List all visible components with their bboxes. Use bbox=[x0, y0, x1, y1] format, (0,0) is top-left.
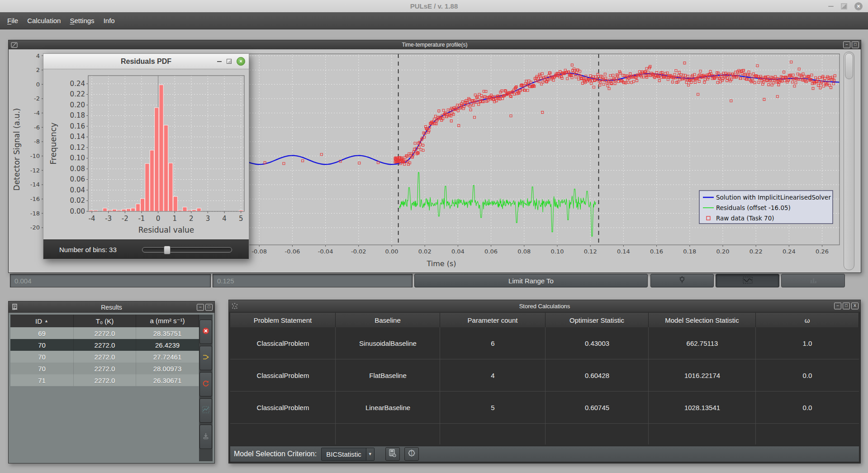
residuals-histogram-chart[interactable]: -4-3-2-10123450.000.020.040.060.080.100.… bbox=[43, 69, 249, 240]
stored-cell: 0.0 bbox=[756, 392, 859, 423]
results-row[interactable]: 712272.026.30671 bbox=[10, 374, 199, 386]
stored-cell: ClassicalProblem bbox=[230, 359, 336, 391]
undo-button[interactable] bbox=[199, 372, 212, 397]
delete-result-button[interactable] bbox=[199, 320, 212, 344]
stored-frame-titlebar[interactable]: Stored Calculations – □ X bbox=[229, 300, 860, 312]
results-row[interactable]: 702272.026.4239 bbox=[10, 339, 199, 351]
histogram-bar bbox=[131, 208, 135, 211]
svg-text:Residuals (offset -16.05): Residuals (offset -16.05) bbox=[716, 204, 791, 211]
menu-item-calculation[interactable]: Calculation bbox=[23, 14, 65, 27]
svg-text:1: 1 bbox=[410, 451, 413, 455]
frame-maximize-icon[interactable]: □ bbox=[843, 303, 850, 310]
stored-calculation-row[interactable]: ClassicalProblemFlatBaseline40.604281016… bbox=[230, 359, 859, 392]
restore-icon[interactable] bbox=[841, 3, 847, 10]
stored-column-header[interactable]: Model Selection Statistic bbox=[649, 313, 756, 327]
model-selection-combobox[interactable]: BICStatistic ▼ bbox=[321, 448, 375, 461]
results-cell: 28.00973 bbox=[136, 363, 199, 374]
results-column-header[interactable]: a (mm² s⁻¹) bbox=[136, 315, 199, 327]
frame-minimize-icon[interactable]: – bbox=[197, 304, 204, 311]
stored-column-header[interactable]: Optimiser Statistic bbox=[545, 313, 649, 327]
pulse-app: { "window": {"title": "PULsE / v. 1.88"}… bbox=[0, 0, 868, 473]
stored-frame-title: Stored Calculations bbox=[229, 303, 860, 310]
frame-minimize-icon[interactable]: – bbox=[834, 303, 841, 310]
merge-icon bbox=[202, 354, 209, 363]
legend: Solution with ImplicitLinearisedSolverRe… bbox=[699, 191, 833, 224]
sigmoid-chart-icon bbox=[11, 42, 18, 48]
results-column-header[interactable]: ID▲ bbox=[10, 315, 74, 327]
results-cell: 70 bbox=[10, 363, 74, 374]
stored-cell: 0.0 bbox=[756, 359, 859, 391]
y-axis-label: Frequency bbox=[48, 122, 58, 164]
histogram-bar bbox=[155, 108, 159, 211]
upper-bound-input[interactable] bbox=[213, 274, 413, 287]
residuals-wave-icon bbox=[743, 276, 753, 286]
svg-text:0.10: 0.10 bbox=[551, 248, 564, 255]
merge-results-button[interactable] bbox=[199, 346, 212, 370]
column-divider bbox=[755, 327, 756, 444]
frame-minimize-icon[interactable]: – bbox=[843, 42, 850, 48]
chart-vertical-slider[interactable] bbox=[844, 52, 854, 270]
svg-text:-8: -8 bbox=[34, 138, 40, 145]
pdf-window-title: Residuals PDF bbox=[121, 57, 171, 66]
stored-column-header[interactable]: Baseline bbox=[336, 313, 440, 327]
minimize-icon[interactable] bbox=[828, 6, 834, 7]
chart-vertical-slider-thumb[interactable] bbox=[845, 53, 853, 79]
frame-close-icon[interactable]: X bbox=[851, 303, 859, 310]
svg-text:0.16: 0.16 bbox=[70, 122, 85, 130]
svg-text:-10: -10 bbox=[30, 153, 40, 159]
histogram-bar bbox=[112, 209, 116, 211]
stored-column-header[interactable]: Parameter count bbox=[440, 313, 545, 327]
stored-cell: 1028.13541 bbox=[649, 392, 756, 423]
recalculate-statistics-button[interactable] bbox=[385, 447, 400, 461]
stored-cell: 1016.22174 bbox=[649, 359, 756, 391]
lower-bound-input[interactable] bbox=[10, 274, 211, 287]
menu-item-settings[interactable]: Settings bbox=[65, 14, 99, 27]
best-model-button[interactable]: 1 bbox=[404, 447, 419, 461]
frame-maximize-icon[interactable]: □ bbox=[205, 304, 213, 311]
column-divider bbox=[545, 327, 545, 444]
svg-text:Raw data (Task 70): Raw data (Task 70) bbox=[716, 215, 774, 222]
close-icon[interactable]: × bbox=[237, 57, 245, 66]
bins-slider-thumb[interactable] bbox=[164, 246, 171, 254]
download-icon bbox=[202, 432, 209, 441]
x-axis-label: Residual value bbox=[138, 225, 194, 234]
results-frame-titlebar[interactable]: Results – □ bbox=[9, 301, 214, 313]
y-axis-label: Detector Signal (a.u.) bbox=[12, 108, 21, 191]
chevron-down-icon[interactable]: ▼ bbox=[366, 448, 374, 460]
svg-text:0.24: 0.24 bbox=[783, 248, 796, 255]
stored-calculation-row[interactable]: ClassicalProblemSinusoidalBaseline60.430… bbox=[230, 327, 859, 359]
chart-frame-titlebar[interactable]: Time-temperature profile(s) – □ bbox=[9, 40, 861, 49]
restore-icon[interactable] bbox=[227, 59, 232, 64]
svg-text:0.12: 0.12 bbox=[70, 143, 85, 152]
show-residuals-button[interactable] bbox=[716, 274, 779, 287]
histogram-bar bbox=[173, 196, 177, 211]
hint-button[interactable] bbox=[650, 274, 714, 287]
pdf-window-titlebar[interactable]: Residuals PDF × bbox=[43, 54, 249, 69]
frame-maximize-icon[interactable]: □ bbox=[852, 42, 859, 48]
results-column-header[interactable]: T₀ (K) bbox=[74, 315, 136, 327]
limit-range-button[interactable]: Limit Range To bbox=[414, 274, 648, 287]
results-row[interactable]: 702272.028.00973 bbox=[10, 363, 199, 374]
svg-text:0.00: 0.00 bbox=[385, 248, 398, 255]
results-toolbar bbox=[199, 315, 213, 461]
stored-cell: 662.75113 bbox=[649, 327, 756, 359]
svg-text:3: 3 bbox=[206, 215, 210, 223]
bar-chart-icon bbox=[809, 277, 817, 285]
stored-table-header[interactable]: Problem StatementBaselineParameter count… bbox=[230, 313, 859, 327]
stored-column-header[interactable]: ω bbox=[756, 313, 859, 327]
bins-slider[interactable] bbox=[142, 247, 232, 253]
results-row[interactable]: 702272.027.72461 bbox=[10, 351, 199, 363]
close-icon[interactable]: × bbox=[854, 2, 863, 10]
stored-column-header[interactable]: Problem Statement bbox=[230, 313, 336, 327]
stored-cell: ClassicalProblem bbox=[230, 327, 336, 359]
menubar: FileCalculationSettingsInfo bbox=[0, 12, 868, 29]
results-table-header[interactable]: ID▲T₀ (K)a (mm² s⁻¹) bbox=[10, 315, 199, 327]
menu-item-info[interactable]: Info bbox=[99, 14, 119, 27]
results-row[interactable]: 692272.028.35751 bbox=[10, 327, 199, 339]
svg-text:-0.08: -0.08 bbox=[251, 248, 267, 255]
svg-text:-12: -12 bbox=[30, 167, 40, 174]
menu-item-file[interactable]: File bbox=[3, 14, 23, 27]
stored-calculation-row[interactable]: ClassicalProblemLinearBaseline50.6074510… bbox=[230, 392, 859, 424]
stored-cell: 5 bbox=[440, 392, 545, 423]
minimize-icon[interactable] bbox=[217, 61, 222, 62]
